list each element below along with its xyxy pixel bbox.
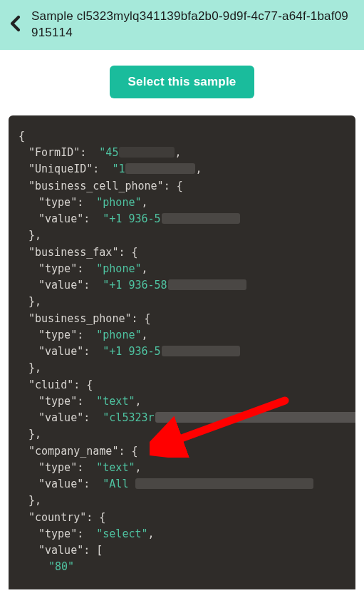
header-bar: Sample cl5323mylq341139bfa2b0-9d9f-4c77-… <box>0 0 364 50</box>
code-key: "business_fax" <box>28 246 118 259</box>
json-code-block: { "FormID": "45, "UniqueID": "1, "busine… <box>9 115 355 589</box>
code-key: "type" <box>38 262 77 275</box>
code-key: "type" <box>38 329 77 341</box>
code-key: "type" <box>38 395 77 408</box>
code-value: "1 <box>112 163 125 175</box>
code-key: "cluid" <box>28 378 73 391</box>
code-key: "value" <box>38 544 83 557</box>
code-value: "select" <box>96 527 147 540</box>
action-row: Select this sample <box>0 50 364 115</box>
code-value: "+1 936-5 <box>103 212 160 225</box>
code-value: "text" <box>96 461 135 474</box>
code-value: "+1 936-5 <box>103 345 160 358</box>
code-key: "type" <box>38 461 77 474</box>
code-value: "phone" <box>96 196 141 209</box>
code-value: "45 <box>99 146 118 159</box>
back-icon[interactable] <box>6 15 24 35</box>
code-key: "value" <box>38 212 83 225</box>
page-title: Sample cl5323mylq341139bfa2b0-9d9f-4c77-… <box>31 9 354 41</box>
code-key: "type" <box>38 527 77 540</box>
code-value: "text" <box>96 395 135 408</box>
code-value: "phone" <box>96 262 141 275</box>
code-key: "value" <box>38 345 83 358</box>
code-key: "UniqueID" <box>28 163 93 175</box>
code-value: "All <box>103 478 135 490</box>
code-key: "country" <box>28 511 86 524</box>
code-value: "80" <box>48 560 74 573</box>
code-key: "value" <box>38 279 83 292</box>
code-key: "business_phone" <box>28 312 132 325</box>
code-key: "FormID" <box>28 146 80 159</box>
code-value: "phone" <box>96 329 141 341</box>
code-key: "company_name" <box>28 445 118 458</box>
code-value: "+1 936-58 <box>103 279 167 292</box>
code-key: "type" <box>38 196 77 209</box>
code-value: "cl5323r <box>103 411 154 424</box>
code-key: "value" <box>38 411 83 424</box>
select-sample-button[interactable]: Select this sample <box>110 66 255 98</box>
code-key: "business_cell_phone" <box>28 180 164 192</box>
code-key: "value" <box>38 478 83 490</box>
